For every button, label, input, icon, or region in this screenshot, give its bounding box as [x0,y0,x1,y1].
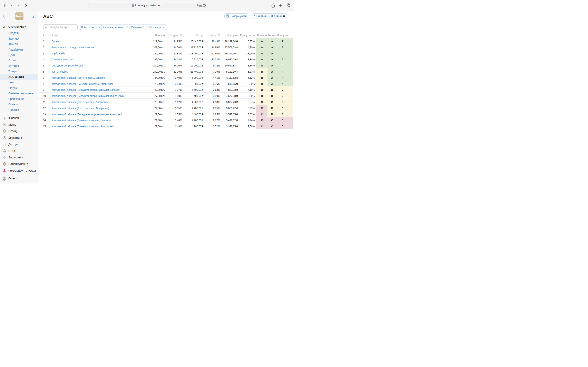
svg-text:$: $ [4,117,6,120]
svg-text:x: x [200,5,201,7]
svg-text:A: A [198,4,199,6]
